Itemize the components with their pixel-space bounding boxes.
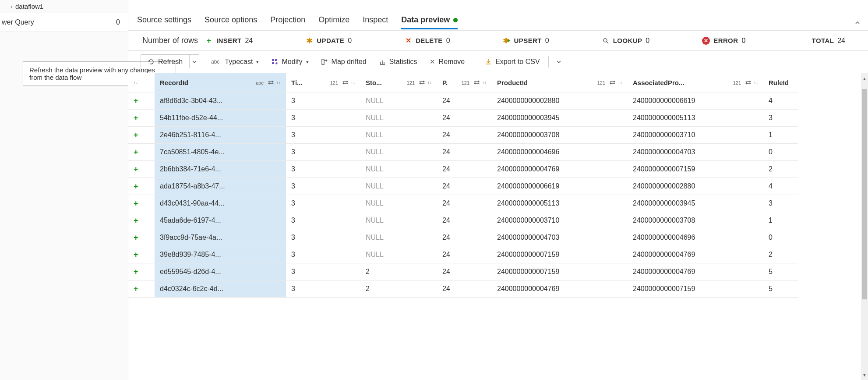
column-menu-icon[interactable]: ⮂: [342, 79, 348, 86]
breadcrumb-item[interactable]: › dataflow1: [0, 0, 128, 13]
cell-status[interactable]: +: [128, 161, 155, 178]
cell-ti[interactable]: 3: [286, 281, 360, 298]
cell-p[interactable]: 24: [437, 127, 492, 144]
cell-status[interactable]: +: [128, 127, 155, 144]
cell-rule[interactable]: 0: [763, 144, 798, 161]
cell-sto[interactable]: NULL: [360, 195, 437, 212]
cell-assoc[interactable]: 2400000000005113: [628, 110, 763, 127]
cell-rule[interactable]: 3: [763, 195, 798, 212]
cell-sto[interactable]: NULL: [360, 92, 437, 110]
cell-assoc[interactable]: 2400000000004769: [628, 263, 763, 281]
sort-icon[interactable]: [754, 80, 758, 85]
vertical-scrollbar[interactable]: ▲ ▼: [861, 73, 868, 380]
cell-record[interactable]: 39e8d939-7485-4...: [155, 246, 286, 263]
cell-sto[interactable]: NULL: [360, 110, 437, 127]
col-header-productid[interactable]: ProductId 121 ⮂: [492, 73, 628, 92]
cell-rule[interactable]: 2: [763, 246, 798, 263]
cell-rule[interactable]: 5: [763, 263, 798, 281]
refresh-button[interactable]: Refresh: [141, 55, 189, 69]
column-menu-icon[interactable]: ⮂: [268, 79, 274, 86]
cell-record[interactable]: 45ada6de-6197-4...: [155, 212, 286, 229]
cell-ti[interactable]: 3: [286, 161, 360, 178]
cell-sto[interactable]: NULL: [360, 178, 437, 195]
cell-status[interactable]: +: [128, 178, 155, 195]
cell-record[interactable]: 2e46b251-8116-4...: [155, 127, 286, 144]
data-grid-scroll[interactable]: RecordId abc ⮂ Ti... 121 ⮂ Sto... 121: [128, 73, 861, 380]
cell-status[interactable]: +: [128, 246, 155, 263]
cell-status[interactable]: +: [128, 144, 155, 161]
modify-button[interactable]: Modify ▾: [265, 55, 314, 69]
sort-icon[interactable]: [482, 80, 487, 85]
col-header-ti[interactable]: Ti... 121 ⮂: [286, 73, 360, 92]
cell-product[interactable]: 2400000000007159: [492, 246, 628, 263]
column-menu-icon[interactable]: ⮂: [745, 79, 751, 86]
cell-assoc[interactable]: 2400000000002880: [628, 178, 763, 195]
cell-p[interactable]: 24: [437, 229, 492, 246]
cell-p[interactable]: 24: [437, 110, 492, 127]
cell-product[interactable]: 2400000000004769: [492, 281, 628, 298]
sort-icon[interactable]: [276, 80, 281, 85]
cell-product[interactable]: 2400000000007159: [492, 263, 628, 281]
cell-ti[interactable]: 3: [286, 178, 360, 195]
cell-record[interactable]: ed559545-d26d-4...: [155, 263, 286, 281]
cell-rule[interactable]: 1: [763, 127, 798, 144]
cell-assoc[interactable]: 2400000000007159: [628, 161, 763, 178]
cell-ti[interactable]: 3: [286, 92, 360, 110]
cell-rule[interactable]: 3: [763, 110, 798, 127]
cell-record[interactable]: ada18754-a8b3-47...: [155, 178, 286, 195]
cell-rule[interactable]: 0: [763, 229, 798, 246]
col-header-p[interactable]: P. 121 ⮂: [437, 73, 492, 92]
cell-rule[interactable]: 4: [763, 92, 798, 110]
cell-ti[interactable]: 3: [286, 127, 360, 144]
cell-sto[interactable]: NULL: [360, 161, 437, 178]
cell-assoc[interactable]: 2400000000004769: [628, 246, 763, 263]
cell-assoc[interactable]: 2400000000006619: [628, 92, 763, 110]
cell-rule[interactable]: 1: [763, 212, 798, 229]
cell-sto[interactable]: 2: [360, 281, 437, 298]
scroll-down-icon[interactable]: ▼: [861, 371, 868, 378]
cell-ti[interactable]: 3: [286, 212, 360, 229]
cell-product[interactable]: 2400000000002880: [492, 92, 628, 110]
export-csv-button[interactable]: Export to CSV: [479, 55, 545, 69]
sort-icon[interactable]: [351, 80, 355, 85]
cell-status[interactable]: +: [128, 212, 155, 229]
cell-ti[interactable]: 3: [286, 144, 360, 161]
column-menu-icon[interactable]: ⮂: [610, 79, 615, 86]
cell-status[interactable]: +: [128, 281, 155, 298]
tab-source-settings[interactable]: Source settings: [137, 15, 191, 29]
col-header-sto[interactable]: Sto... 121 ⮂: [360, 73, 437, 92]
cell-status[interactable]: +: [128, 229, 155, 246]
cell-p[interactable]: 24: [437, 92, 492, 110]
cell-p[interactable]: 24: [437, 144, 492, 161]
sort-icon[interactable]: [427, 80, 432, 85]
cell-p[interactable]: 24: [437, 161, 492, 178]
cell-assoc[interactable]: 2400000000007159: [628, 281, 763, 298]
cell-record[interactable]: d43c0431-90aa-44...: [155, 195, 286, 212]
cell-sto[interactable]: NULL: [360, 212, 437, 229]
cell-product[interactable]: 2400000000003708: [492, 127, 628, 144]
scrollbar-thumb[interactable]: [862, 89, 867, 299]
cell-product[interactable]: 2400000000006619: [492, 178, 628, 195]
cell-product[interactable]: 2400000000005113: [492, 195, 628, 212]
cell-sto[interactable]: 2: [360, 263, 437, 281]
cell-p[interactable]: 24: [437, 195, 492, 212]
cell-ti[interactable]: 3: [286, 229, 360, 246]
refresh-dropdown[interactable]: [189, 55, 199, 68]
cell-ti[interactable]: 3: [286, 195, 360, 212]
cell-ti[interactable]: 3: [286, 246, 360, 263]
tab-source-options[interactable]: Source options: [205, 15, 257, 29]
col-header-ruleid[interactable]: RuleId: [763, 73, 798, 92]
col-header-status[interactable]: [128, 73, 155, 92]
cell-sto[interactable]: NULL: [360, 144, 437, 161]
cell-status[interactable]: +: [128, 92, 155, 110]
scroll-up-icon[interactable]: ▲: [861, 75, 868, 82]
cell-record[interactable]: 54b11fbe-d52e-44...: [155, 110, 286, 127]
cell-rule[interactable]: 5: [763, 281, 798, 298]
cell-p[interactable]: 24: [437, 281, 492, 298]
cell-sto[interactable]: NULL: [360, 127, 437, 144]
statistics-button[interactable]: Statistics: [373, 55, 423, 69]
cell-assoc[interactable]: 2400000000003708: [628, 212, 763, 229]
cell-status[interactable]: +: [128, 195, 155, 212]
tab-inspect[interactable]: Inspect: [363, 15, 388, 29]
typecast-button[interactable]: abc Typecast ▾: [205, 55, 265, 69]
